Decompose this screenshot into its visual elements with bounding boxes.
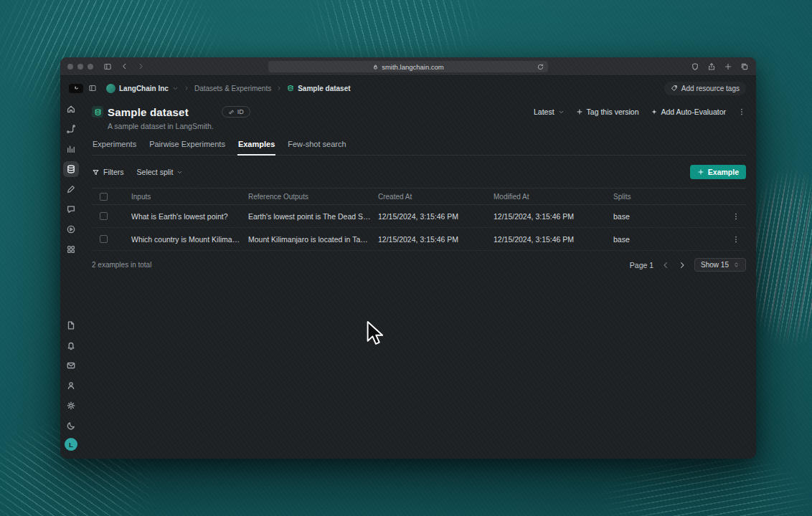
column-header-splits: Splits [613,193,726,201]
table-footer: 2 examples in total Page 1 Show 15 [92,258,746,272]
dataset-icon [92,106,103,118]
chevron-down-icon [558,109,565,115]
cell-splits: base [613,212,726,221]
version-label: Latest [534,108,554,116]
forward-icon[interactable] [137,62,145,70]
column-header-inputs: Inputs [131,193,248,201]
page-size-dropdown[interactable]: Show 15 [694,258,746,272]
app-body: L Sample dataset ID Latest [60,100,756,458]
tab-examples[interactable]: Examples [237,140,275,156]
row-more-menu-icon[interactable] [732,212,740,221]
browser-sidebar-icon[interactable] [103,62,112,71]
add-auto-evaluator-button[interactable]: Add Auto-Evaluator [651,108,726,116]
cell-reference-outputs: Earth's lowest point is The Dead Sea. [248,212,378,221]
main-content: Sample dataset ID Latest Tag this versio… [82,100,756,458]
zoom-button[interactable] [88,64,93,70]
page-indicator: Page 1 [630,261,653,269]
filter-bar: Filters Select split Example [92,165,746,179]
sidebar-item-datasets[interactable] [63,161,79,177]
tag-version-button[interactable]: Tag this version [576,108,639,116]
row-more-menu-icon[interactable] [732,235,740,244]
minimize-button[interactable] [77,64,83,70]
address-bar[interactable]: smith.langchain.com [268,61,548,72]
cell-inputs: Which country is Mount Kilimanjaro... [131,235,248,244]
privacy-shield-icon[interactable] [691,62,699,71]
select-all-checkbox[interactable] [100,193,108,201]
cell-modified-at: 12/15/2024, 3:15:46 PM [494,212,613,221]
sidebar-item-tracing[interactable] [63,121,79,137]
user-avatar[interactable]: L [65,438,77,451]
next-page-icon[interactable] [678,261,686,269]
tab-experiments[interactable]: Experiments [92,140,137,156]
close-button[interactable] [67,64,73,70]
column-header-modified-at: Modified At [494,193,613,201]
sidebar-item-mail[interactable] [63,358,79,373]
row-checkbox[interactable] [100,212,108,220]
add-example-button[interactable]: Example [690,165,746,179]
sidebar-item-apps[interactable] [63,242,79,257]
sidebar-item-home[interactable] [63,101,79,117]
header-more-menu-icon[interactable] [737,108,746,116]
dataset-icon [287,85,294,92]
sidebar-item-docs[interactable] [63,317,79,333]
sidebar-item-settings[interactable] [63,398,79,414]
page-subtitle: A sample dataset in LangSmith. [108,122,746,130]
select-split-label: Select split [137,168,174,176]
add-auto-evaluator-label: Add Auto-Evaluator [661,108,726,116]
sidebar-item-monitoring[interactable] [63,141,79,157]
sidebar: L [60,100,82,458]
sidebar-item-playground[interactable] [63,221,79,237]
new-tab-icon[interactable] [724,62,732,71]
window-controls [67,64,93,70]
sidebar-item-feedback[interactable] [63,201,79,217]
tab-pairwise-experiments[interactable]: Pairwise Experiments [148,140,226,156]
column-header-created-at: Created At [378,193,494,201]
sidebar-item-annotation[interactable] [63,181,79,197]
table-row[interactable]: Which country is Mount Kilimanjaro... Mo… [92,228,746,251]
pagination: Page 1 Show 15 [630,258,746,272]
breadcrumb-page[interactable]: Sample dataset [287,85,350,92]
add-resource-tags-button[interactable]: Add resource tags [664,82,746,95]
filters-button[interactable]: Filters [92,168,124,176]
previous-page-icon[interactable] [661,261,670,269]
sidebar-item-notifications[interactable] [63,338,79,353]
filter-icon [92,168,100,176]
breadcrumb-org[interactable]: LangChain Inc [106,84,179,93]
row-checkbox[interactable] [100,235,108,243]
tab-overview-icon[interactable] [740,62,749,71]
sparkle-icon [651,108,658,115]
header-actions: Latest Tag this version Add Auto-Evaluat… [534,108,746,116]
back-icon[interactable] [121,62,128,70]
browser-toolbar-right [691,57,749,76]
column-header-reference-outputs: Reference Outputs [248,193,378,201]
sidebar-item-theme[interactable] [63,418,79,434]
breadcrumb-separator-icon [184,85,189,91]
langsmith-logo[interactable] [69,84,83,93]
dataset-id-pill[interactable]: ID [222,106,250,118]
tag-icon [671,85,678,92]
total-count-label: 2 examples in total [92,261,151,269]
select-split-dropdown[interactable]: Select split [137,168,184,176]
cell-created-at: 12/15/2024, 3:15:46 PM [378,235,494,244]
table-row[interactable]: What is Earth's lowest point? Earth's lo… [92,205,746,228]
page-header: Sample dataset ID Latest Tag this versio… [92,103,746,120]
caret-up-down-icon [733,262,740,268]
cell-inputs: What is Earth's lowest point? [131,212,248,221]
tab-few-shot-search[interactable]: Few-shot search [287,140,346,156]
org-avatar [106,84,115,93]
desktop-background: smith.langchain.com LangChain Inc Datase [0,0,812,516]
refresh-icon[interactable] [537,63,544,71]
link-icon [228,109,235,115]
breadcrumb-section[interactable]: Datasets & Experiments [194,85,271,92]
browser-toolbar: smith.langchain.com [60,57,756,76]
version-dropdown[interactable]: Latest [534,108,565,116]
tag-version-label: Tag this version [587,108,639,116]
plus-icon [697,168,704,176]
share-icon[interactable] [707,62,716,71]
sidebar-item-members[interactable] [63,378,79,393]
add-example-label: Example [708,168,739,176]
url-text: smith.langchain.com [382,63,444,71]
breadcrumb-page-label: Sample dataset [298,85,350,92]
chevron-down-icon [172,85,179,92]
panel-collapse-icon[interactable] [88,84,97,92]
